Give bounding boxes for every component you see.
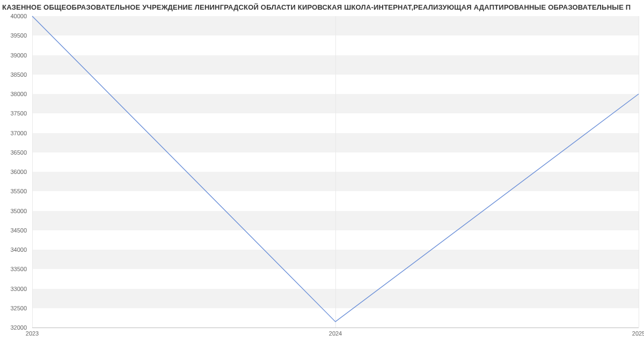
y-tick-label: 36000 [0, 169, 27, 175]
y-tick-label: 32000 [0, 324, 27, 331]
y-tick-label: 33000 [0, 286, 27, 292]
y-tick-label: 36500 [0, 149, 27, 156]
y-tick-label: 34500 [0, 227, 27, 234]
x-tick-label: 2025 [632, 330, 644, 337]
chart-title: КАЗЕННОЕ ОБЩЕОБРАЗОВАТЕЛЬНОЕ УЧРЕЖДЕНИЕ … [0, 3, 644, 11]
y-tick-label: 35000 [0, 208, 27, 214]
y-tick-label: 38000 [0, 91, 27, 97]
y-tick-label: 40000 [0, 13, 27, 19]
y-tick-label: 39000 [0, 52, 27, 59]
y-tick-label: 37500 [0, 110, 27, 117]
x-tick-label: 2023 [26, 330, 39, 337]
y-tick-label: 37000 [0, 130, 27, 136]
x-tick-label: 2024 [329, 330, 342, 337]
grid-vline [639, 16, 639, 328]
y-tick-label: 34000 [0, 246, 27, 253]
y-tick-label: 35500 [0, 188, 27, 194]
x-axis-line [32, 328, 639, 328]
chart-line-svg [32, 16, 639, 328]
y-tick-label: 33500 [0, 266, 27, 272]
y-tick-label: 39500 [0, 32, 27, 39]
chart-line-series [32, 16, 639, 322]
y-tick-label: 32500 [0, 305, 27, 311]
y-tick-label: 38500 [0, 71, 27, 78]
chart-plot-area: 3200032500330003350034000345003500035500… [32, 16, 639, 328]
